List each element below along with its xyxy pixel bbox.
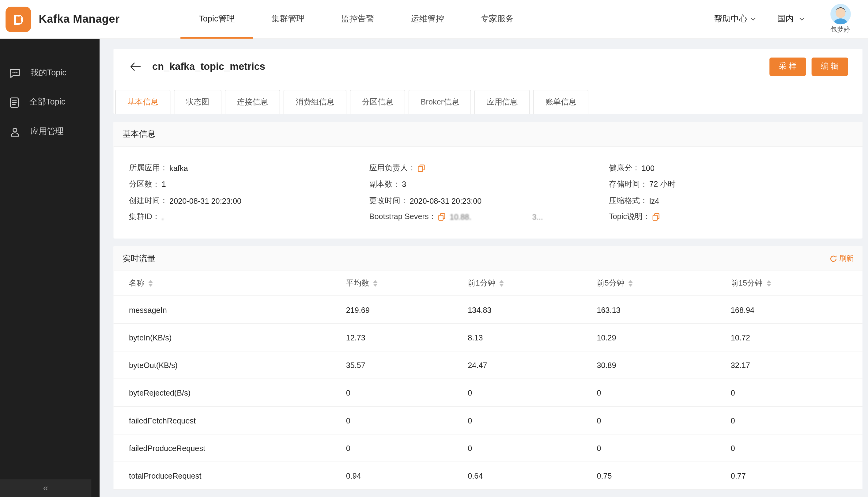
sort-icon[interactable]	[766, 280, 771, 287]
col-average: 平均数	[346, 279, 468, 289]
header-right: 帮助中心 国内	[714, 4, 868, 34]
title-row: cn_kafka_topic_metrics 采 样 编 辑	[114, 49, 863, 84]
tab-connection-info[interactable]: 连接信息	[225, 90, 280, 114]
table-row: totalProduceRequest0.940.640.750.77	[114, 462, 863, 489]
edit-button[interactable]: 编 辑	[812, 57, 848, 76]
brand: D Kafka Manager	[0, 6, 120, 32]
sort-icon[interactable]	[628, 280, 633, 287]
realtime-traffic-card: 实时流量 刷新 名称 平均数 前1分钟 前5分钟 前15分钟 messageIn…	[114, 246, 863, 490]
basic-info-fields: 所属应用：kafka 应用负责人： 健康分：100 分区数：1 副本数：3	[114, 147, 863, 239]
field-cluster-id: 集群ID：.	[129, 209, 369, 225]
nav-ops-control[interactable]: 运维管控	[393, 0, 462, 39]
refresh-button[interactable]: 刷新	[830, 253, 854, 264]
sort-icon[interactable]	[499, 280, 504, 287]
table-header-row: 名称 平均数 前1分钟 前5分钟 前15分钟	[114, 271, 863, 296]
table-row: failedProduceRequest0000	[114, 435, 863, 462]
tab-status-chart[interactable]: 状态图	[174, 90, 221, 114]
tab-consumer-group-info[interactable]: 消费组信息	[283, 90, 346, 114]
field-health-score: 健康分：100	[609, 160, 863, 176]
col-last-5min: 前5分钟	[597, 279, 730, 289]
col-last-15min: 前15分钟	[731, 279, 863, 289]
field-replica-count: 副本数：3	[370, 176, 609, 193]
field-compression-format: 压缩格式：lz4	[609, 193, 863, 209]
field-create-time: 创建时间：2020-08-31 20:23:00	[129, 193, 369, 209]
help-center-link[interactable]: 帮助中心	[714, 14, 756, 24]
col-name: 名称	[129, 279, 346, 289]
basic-info-section-header: 基本信息	[114, 122, 863, 146]
svg-text:D: D	[13, 11, 24, 28]
field-app-owner: 应用负责人：	[370, 160, 609, 176]
brand-name: Kafka Manager	[39, 13, 120, 26]
page-title: cn_kafka_topic_metrics	[152, 61, 265, 72]
region-selector[interactable]: 国内	[777, 14, 805, 24]
table-row: byteRejected(B/s)0000	[114, 379, 863, 407]
tab-app-info[interactable]: 应用信息	[474, 90, 530, 114]
nav-cluster-manage[interactable]: 集群管理	[253, 0, 323, 39]
nav-expert-service[interactable]: 专家服务	[462, 0, 532, 39]
field-topic-description: Topic说明：	[609, 209, 863, 225]
list-icon	[9, 96, 20, 108]
chevron-down-icon	[799, 17, 805, 21]
user-menu[interactable]: 包梦婷	[826, 4, 855, 34]
field-owning-app: 所属应用：kafka	[129, 160, 369, 176]
back-button[interactable]	[128, 59, 142, 73]
col-last-1min: 前1分钟	[468, 279, 597, 289]
topic-header-card: cn_kafka_topic_metrics 采 样 编 辑 基本信息 状态图 …	[114, 49, 863, 114]
table-row: messageIn219.69134.83163.13168.94	[114, 296, 863, 324]
sidebar: 我的Topic 全部Topic 应用管理 «	[0, 39, 100, 497]
copy-icon[interactable]	[652, 213, 660, 221]
sidebar-item-app-manage[interactable]: 应用管理	[0, 117, 100, 146]
top-nav: Topic管理 集群管理 监控告警 运维管控 专家服务	[181, 0, 532, 39]
nav-topic-manage[interactable]: Topic管理	[181, 0, 253, 39]
sidebar-item-all-topic[interactable]: 全部Topic	[0, 87, 100, 117]
chevron-down-icon	[750, 17, 756, 21]
table-row: failedFetchRequest0000	[114, 407, 863, 435]
title-actions: 采 样 编 辑	[769, 57, 848, 76]
tab-bar: 基本信息 状态图 连接信息 消费组信息 分区信息 Broker信息 应用信息 账…	[114, 84, 863, 114]
field-partition-count: 分区数：1	[129, 176, 369, 193]
table-row: byteOut(KB/s)35.5724.4730.8932.17	[114, 352, 863, 379]
chat-icon	[9, 67, 21, 79]
main-content: cn_kafka_topic_metrics 采 样 编 辑 基本信息 状态图 …	[100, 39, 868, 497]
field-retention-time: 存储时间：72 小时	[609, 176, 863, 193]
field-modify-time: 更改时间：2020-08-31 20:23:00	[370, 193, 609, 209]
tab-partition-info[interactable]: 分区信息	[350, 90, 405, 114]
top-header: D Kafka Manager Topic管理 集群管理 监控告警 运维管控 专…	[0, 0, 868, 39]
refresh-icon	[830, 255, 837, 262]
nav-monitor-alert[interactable]: 监控告警	[323, 0, 393, 39]
tab-bill-info[interactable]: 账单信息	[533, 90, 589, 114]
sort-icon[interactable]	[373, 280, 377, 287]
table-row: byteIn(KB/s)12.738.1310.2910.72	[114, 324, 863, 352]
sidebar-collapse-toggle[interactable]: «	[0, 479, 91, 497]
collapse-icon: «	[43, 483, 48, 493]
app-icon	[9, 125, 21, 138]
app: D Kafka Manager Topic管理 集群管理 监控告警 运维管控 专…	[0, 0, 868, 497]
basic-info-card: 基本信息 所属应用：kafka 应用负责人： 健康分：100 分区数：1	[114, 122, 863, 238]
realtime-section-header: 实时流量 刷新	[114, 246, 863, 271]
tab-basic-info[interactable]: 基本信息	[115, 90, 171, 114]
field-bootstrap-servers: Bootstrap Severs： 10.88. 3...	[370, 209, 609, 225]
avatar[interactable]	[830, 4, 851, 25]
sidebar-item-my-topic[interactable]: 我的Topic	[0, 58, 100, 88]
app-logo-icon: D	[5, 6, 31, 32]
user-name: 包梦婷	[830, 25, 850, 34]
sort-icon[interactable]	[148, 280, 153, 287]
sample-button[interactable]: 采 样	[769, 57, 806, 76]
copy-icon[interactable]	[438, 213, 446, 221]
copy-icon[interactable]	[418, 164, 425, 172]
tab-broker-info[interactable]: Broker信息	[408, 90, 472, 114]
